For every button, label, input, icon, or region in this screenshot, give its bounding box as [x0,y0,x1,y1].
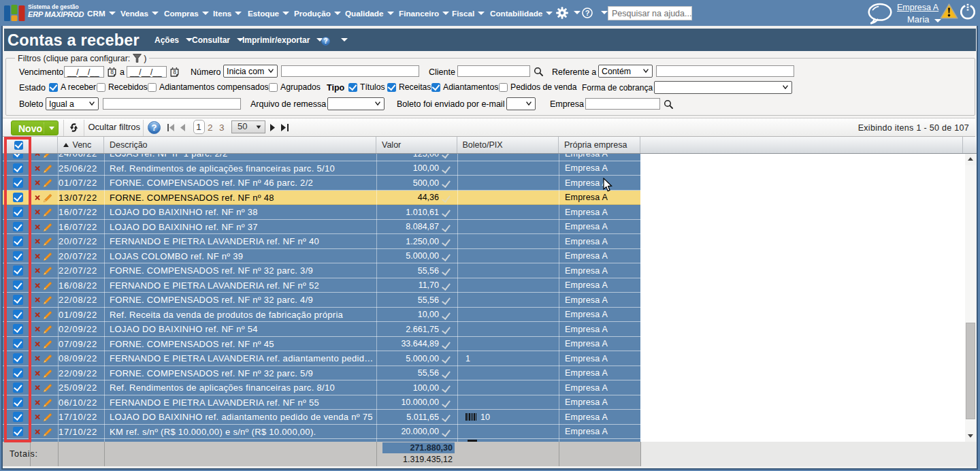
svg-text:?: ? [585,9,590,17]
svg-text:8: 8 [173,69,176,76]
svg-text:8: 8 [110,69,114,76]
